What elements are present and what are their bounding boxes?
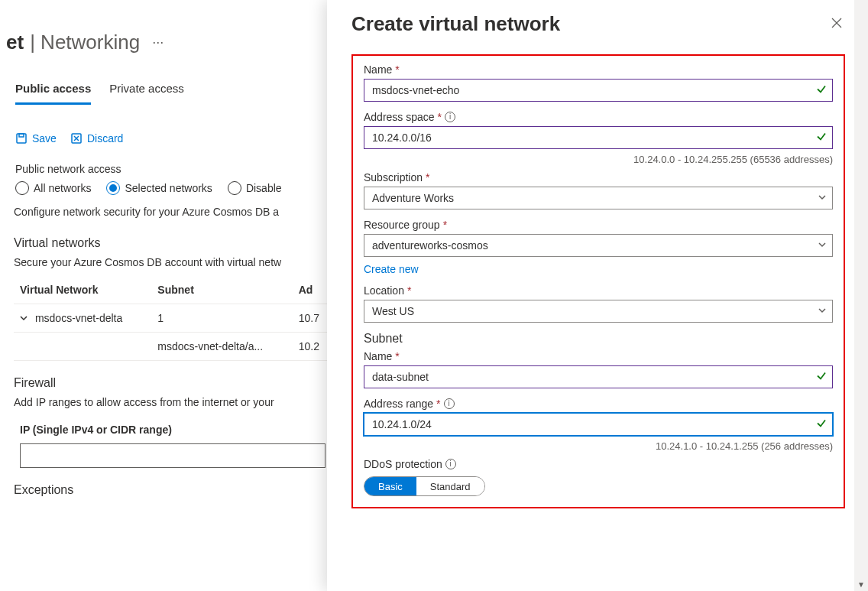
discard-button[interactable]: Discard <box>70 132 123 145</box>
radio-icon <box>228 181 241 195</box>
ddos-standard-option[interactable]: Standard <box>416 477 484 495</box>
subscription-label: Subscription* <box>364 171 833 183</box>
radio-all-networks[interactable]: All networks <box>15 181 91 195</box>
name-input[interactable] <box>364 79 833 102</box>
virtual-networks-table: Virtual Network Subnet Ad msdocs-vnet-de… <box>14 276 335 361</box>
discard-label: Discard <box>87 132 123 145</box>
radio-icon <box>106 181 120 195</box>
subnet-section-header: Subnet <box>364 332 833 346</box>
valid-icon <box>816 84 827 97</box>
cell-vnet: msdocs-vnet-delta <box>35 312 122 324</box>
ddos-label: DDoS protection i <box>364 458 833 470</box>
address-space-label: Address space* i <box>364 111 833 123</box>
location-select[interactable] <box>364 300 833 323</box>
ddos-toggle: Basic Standard <box>364 476 485 496</box>
address-space-helper: 10.24.0.0 - 10.24.255.255 (65536 address… <box>364 154 833 165</box>
info-icon[interactable]: i <box>444 398 455 409</box>
address-range-label: Address range* i <box>364 398 833 410</box>
chevron-down-icon <box>818 305 827 317</box>
subnet-name-label: Name* <box>364 350 833 362</box>
resource-group-select[interactable] <box>364 234 833 257</box>
scrollbar[interactable]: ▼ <box>854 0 868 591</box>
cell-subnet: msdocs-vnet-delta/a... <box>151 333 292 361</box>
tab-public-access[interactable]: Public access <box>15 77 91 105</box>
svg-rect-0 <box>17 134 26 143</box>
subnet-name-input[interactable] <box>364 365 833 388</box>
name-label: Name* <box>364 63 833 76</box>
page-title-suffix: | Networking <box>30 31 140 54</box>
radio-icon <box>15 181 29 195</box>
discard-icon <box>70 132 83 145</box>
info-icon[interactable]: i <box>445 112 455 122</box>
col-subnet[interactable]: Subnet <box>151 276 292 304</box>
address-range-helper: 10.24.1.0 - 10.24.1.255 (256 addresses) <box>364 440 833 452</box>
valid-icon <box>816 418 827 431</box>
save-button[interactable]: Save <box>15 132 57 145</box>
save-label: Save <box>32 132 57 145</box>
close-icon <box>831 18 842 28</box>
radio-label: Disable <box>246 182 282 194</box>
address-range-input[interactable] <box>364 413 833 436</box>
scroll-down-icon[interactable]: ▼ <box>857 578 865 591</box>
radio-selected-networks[interactable]: Selected networks <box>106 181 212 195</box>
valid-icon <box>816 371 827 384</box>
radio-label: Selected networks <box>125 182 212 194</box>
chevron-down-icon <box>818 239 827 252</box>
vnet-form: Name* Address space* i 10.24.0.0 - 10 <box>351 54 845 508</box>
close-button[interactable] <box>828 13 845 35</box>
chevron-down-icon[interactable] <box>20 312 28 324</box>
address-space-input[interactable] <box>364 126 833 149</box>
table-row[interactable]: msdocs-vnet-delta/a... 10.2 <box>14 333 335 361</box>
ddos-basic-option[interactable]: Basic <box>364 477 416 495</box>
save-icon <box>15 132 28 145</box>
page-title-prefix: et <box>6 31 24 54</box>
tab-private-access[interactable]: Private access <box>109 77 184 105</box>
radio-label: All networks <box>34 182 91 194</box>
radio-disabled[interactable]: Disable <box>228 181 282 195</box>
info-icon[interactable]: i <box>445 459 456 469</box>
create-vnet-blade: Create virtual network Name* Address spa… <box>327 0 868 591</box>
more-actions-button[interactable]: ··· <box>146 34 170 50</box>
valid-icon <box>816 132 827 145</box>
col-virtual-network[interactable]: Virtual Network <box>14 276 151 304</box>
resource-group-label: Resource group* <box>364 219 833 231</box>
ip-range-input[interactable] <box>20 443 326 468</box>
location-label: Location* <box>364 284 833 297</box>
svg-rect-1 <box>19 134 24 137</box>
table-row[interactable]: msdocs-vnet-delta 1 10.7 <box>14 304 335 333</box>
subscription-select[interactable] <box>364 187 833 209</box>
chevron-down-icon <box>818 192 827 204</box>
create-new-link[interactable]: Create new <box>364 263 419 275</box>
cell-subnet: 1 <box>151 304 292 333</box>
cell-vnet <box>14 333 151 361</box>
blade-title: Create virtual network <box>351 12 560 36</box>
